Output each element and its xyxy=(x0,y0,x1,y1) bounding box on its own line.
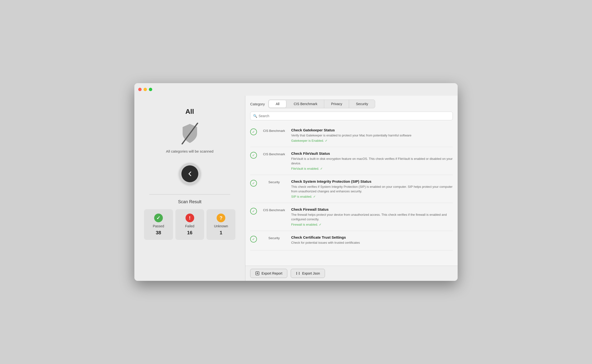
panel-title: All xyxy=(186,108,194,115)
tab-security[interactable]: Security xyxy=(349,100,375,108)
tab-privacy[interactable]: Privacy xyxy=(324,100,349,108)
export-report-button[interactable]: Export Report xyxy=(250,269,287,278)
back-button[interactable] xyxy=(179,163,201,185)
check-icon-4: ✓ xyxy=(250,208,257,215)
check-badge-3: ✓ xyxy=(250,180,257,187)
check-desc-4: The firewall helps protect your device f… xyxy=(291,212,453,222)
unknown-icon: ? xyxy=(217,214,225,222)
check-category-3: Security xyxy=(261,180,287,184)
unknown-count: 1 xyxy=(220,230,222,236)
minimize-button[interactable] xyxy=(144,88,147,91)
app-window: All All categories will be scanned xyxy=(134,83,458,281)
check-status-2: FileVault is enabled. ✓ xyxy=(291,167,453,170)
result-card-passed: ✓ Passed 38 xyxy=(144,209,173,240)
traffic-lights xyxy=(138,88,152,91)
check-icon-5: ✓ xyxy=(250,236,257,243)
check-badge-2: ✓ xyxy=(250,152,257,159)
check-title-3: Check System Integrity Protection (SIP) … xyxy=(291,179,453,183)
export-report-icon xyxy=(255,271,260,276)
export-json-icon xyxy=(296,271,300,276)
check-status-4: Firewall is enabled. ✓ xyxy=(291,223,453,226)
panel-subtitle: All categories will be scanned xyxy=(166,149,213,153)
check-item-5: ✓ Security Check Certificate Trust Setti… xyxy=(250,231,453,251)
check-icon-2: ✓ xyxy=(250,152,257,159)
result-card-unknown: ? Unknown 1 xyxy=(207,209,235,240)
check-category-1: CIS Benchmark xyxy=(261,129,287,133)
check-badge-4: ✓ xyxy=(250,208,257,215)
category-label: Category xyxy=(250,102,265,106)
scan-result-title: Scan Result xyxy=(178,199,201,204)
check-details-2: Check FileVault Status FileVault is a bu… xyxy=(291,151,453,170)
passed-icon: ✓ xyxy=(154,214,163,222)
check-icon-1: ✓ xyxy=(250,128,257,135)
top-bar: Category All CIS Benchmark Privacy Secur… xyxy=(245,96,458,124)
check-title-5: Check Certificate Trust Settings xyxy=(291,235,453,239)
result-cards: ✓ Passed 38 ! Failed 16 ? Unknown 1 xyxy=(139,209,240,240)
export-report-label: Export Report xyxy=(262,271,282,275)
titlebar xyxy=(134,83,458,96)
check-item-3: ✓ Security Check System Integrity Protec… xyxy=(250,175,453,203)
check-details-4: Check Firewall Status The firewall helps… xyxy=(291,207,453,226)
check-desc-5: Check for potential issues with trusted … xyxy=(291,240,453,245)
check-details-1: Check Gatekeeper Status Verify that Gate… xyxy=(291,128,453,142)
status-check-icon-1: ✓ xyxy=(325,139,328,142)
check-title-1: Check Gatekeeper Status xyxy=(291,128,453,132)
status-check-icon-4: ✓ xyxy=(319,223,322,226)
search-icon: 🔍 xyxy=(253,114,257,118)
check-icon-3: ✓ xyxy=(250,180,257,187)
shield-icon xyxy=(180,123,200,145)
export-json-button[interactable]: Export Json xyxy=(291,269,325,278)
right-panel: Category All CIS Benchmark Privacy Secur… xyxy=(245,96,458,281)
items-list: ✓ CIS Benchmark Check Gatekeeper Status … xyxy=(245,124,458,266)
back-button-inner xyxy=(181,165,198,182)
close-button[interactable] xyxy=(138,88,142,91)
check-badge-1: ✓ xyxy=(250,128,257,135)
category-row: Category All CIS Benchmark Privacy Secur… xyxy=(250,100,453,108)
tab-all[interactable]: All xyxy=(269,100,287,108)
maximize-button[interactable] xyxy=(149,88,152,91)
check-desc-2: FileVault is a built-in disk encryption … xyxy=(291,156,453,166)
status-check-icon-3: ✓ xyxy=(313,195,316,198)
unknown-label: Unknown xyxy=(214,224,228,228)
failed-label: Failed xyxy=(185,224,194,228)
search-input[interactable] xyxy=(250,112,453,120)
failed-count: 16 xyxy=(187,230,192,236)
check-title-4: Check Firewall Status xyxy=(291,207,453,211)
left-panel: All All categories will be scanned xyxy=(134,96,245,281)
check-status-3: SIP is enabled. ✓ xyxy=(291,195,453,198)
check-details-5: Check Certificate Trust Settings Check f… xyxy=(291,235,453,246)
check-category-2: CIS Benchmark xyxy=(261,152,287,156)
divider xyxy=(149,194,230,195)
check-details-3: Check System Integrity Protection (SIP) … xyxy=(291,179,453,198)
check-item-1: ✓ CIS Benchmark Check Gatekeeper Status … xyxy=(250,124,453,147)
passed-label: Passed xyxy=(153,224,164,228)
check-desc-1: Verify that Gatekeeper is enabled to pro… xyxy=(291,133,453,138)
failed-icon: ! xyxy=(186,214,194,222)
passed-count: 38 xyxy=(156,230,161,236)
check-desc-3: This check verifies if System Integrity … xyxy=(291,184,453,194)
check-badge-5: ✓ xyxy=(250,236,257,243)
status-check-icon-2: ✓ xyxy=(320,167,323,170)
check-item-2: ✓ CIS Benchmark Check FileVault Status F… xyxy=(250,147,453,175)
result-card-failed: ! Failed 16 xyxy=(175,209,204,240)
tab-cis[interactable]: CIS Benchmark xyxy=(287,100,324,108)
bottom-bar: Export Report Export Json xyxy=(245,266,458,281)
export-json-label: Export Json xyxy=(302,271,320,275)
check-category-5: Security xyxy=(261,236,287,240)
search-wrap: 🔍 xyxy=(250,112,453,120)
check-category-4: CIS Benchmark xyxy=(261,208,287,212)
check-title-2: Check FileVault Status xyxy=(291,151,453,155)
check-status-1: Gatekeeper is Enabled. ✓ xyxy=(291,139,453,142)
category-tabs: All CIS Benchmark Privacy Security xyxy=(268,100,375,108)
check-item-4: ✓ CIS Benchmark Check Firewall Status Th… xyxy=(250,203,453,231)
main-content: All All categories will be scanned xyxy=(134,96,458,281)
back-button-wrap xyxy=(179,163,201,185)
